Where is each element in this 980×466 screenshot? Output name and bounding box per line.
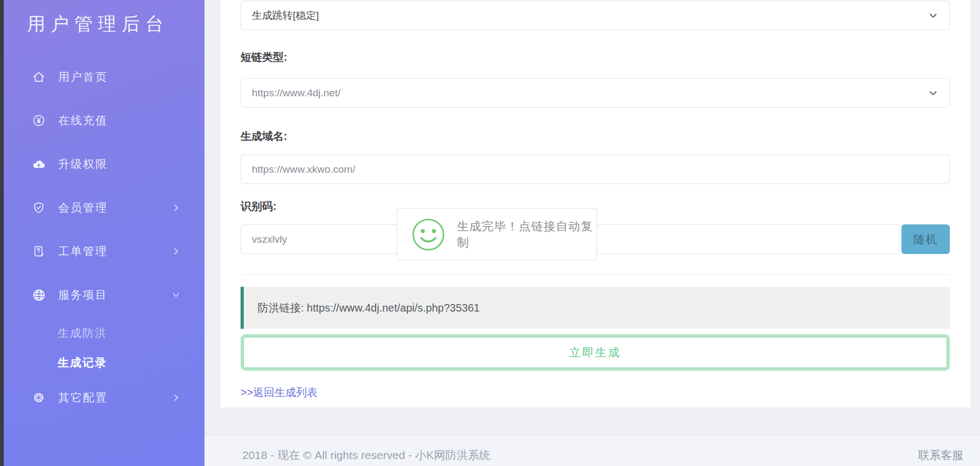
flood-link-text[interactable]: 防洪链接: https://www.4dj.net/api/s.php?3536… [258,301,480,315]
generate-mode-value: 生成跳转[稳定] [252,9,319,23]
window-edge-strip [0,0,4,466]
domain-input[interactable] [241,154,950,184]
app-title: 用户管理后台 [4,0,205,37]
sidebar-item-label: 服务项目 [58,287,108,302]
short-link-type-value: https://www.4dj.net/ [252,87,341,99]
sidebar-item-services[interactable]: 服务项目 [4,282,205,308]
sidebar-item-recharge[interactable]: 在线充值 [4,108,205,133]
short-link-type-label: 短链类型: [241,50,950,65]
back-to-list-link[interactable]: >>返回生成列表 [241,385,318,400]
sidebar-menu: 用户首页 在线充值 升级权限 [4,37,205,411]
sidebar-item-label: 会员管理 [58,200,108,215]
chevron-right-icon [171,246,181,256]
chevron-down-icon [928,88,939,98]
form-card: 生成跳转[稳定] 短链类型: https://www.4dj.net/ 生成域名… [221,0,970,407]
sidebar-item-label: 升级权限 [58,157,108,172]
sidebar-subitem-generate-records[interactable]: 生成记录 [4,355,205,370]
shield-check-icon [31,200,46,215]
copyright-text: 2018 - 现在 © All rights reserved - 小K网防洪系… [242,448,490,466]
sidebar-subitem-generate-flood[interactable]: 生成防洪 [4,326,205,341]
short-link-type-select[interactable]: https://www.4dj.net/ [241,78,950,108]
chevron-right-icon [171,393,181,403]
success-toast: 生成完毕！点链接自动复制 [397,208,597,260]
random-button[interactable]: 随机 [901,224,950,254]
chevron-right-icon [171,203,181,213]
generate-mode-select[interactable]: 生成跳转[稳定] [241,1,950,30]
domain-label: 生成域名: [241,129,950,144]
sidebar-item-home[interactable]: 用户首页 [4,64,205,90]
chevron-down-icon [171,290,181,300]
sidebar: 用户管理后台 用户首页 在线充值 [4,0,205,466]
sidebar-item-label: 工单管理 [58,244,108,259]
sidebar-subitem-label: 生成防洪 [58,326,107,341]
sidebar-item-label: 用户首页 [58,69,108,84]
chevron-down-icon [928,10,939,21]
globe-icon [31,287,46,302]
toast-message: 生成完毕！点链接自动复制 [457,218,596,251]
smiley-icon [412,217,445,252]
sidebar-item-upgrade[interactable]: 升级权限 [4,151,205,177]
main-area: 生成跳转[稳定] 短链类型: https://www.4dj.net/ 生成域名… [205,0,980,466]
flood-link-alert[interactable]: 防洪链接: https://www.4dj.net/api/s.php?3536… [241,287,950,329]
sidebar-subitem-label: 生成记录 [58,355,107,370]
cloud-upload-icon [31,157,46,172]
sidebar-item-members[interactable]: 会员管理 [4,195,205,221]
generate-now-button[interactable]: 立即生成 [241,334,950,371]
home-icon [31,69,46,84]
footer: 2018 - 现在 © All rights reserved - 小K网防洪系… [205,435,980,466]
yen-circle-icon [31,113,46,128]
sidebar-item-label: 在线充值 [58,113,108,128]
section-divider [241,274,950,275]
sidebar-item-label: 其它配置 [58,390,108,405]
gear-icon [31,390,46,405]
content-area: 生成跳转[稳定] 短链类型: https://www.4dj.net/ 生成域名… [205,0,980,435]
ticket-doc-icon [31,244,46,259]
contact-support-link[interactable]: 联系客服 [918,448,963,466]
sidebar-item-tickets[interactable]: 工单管理 [4,238,205,264]
sidebar-item-other-config[interactable]: 其它配置 [4,385,205,411]
